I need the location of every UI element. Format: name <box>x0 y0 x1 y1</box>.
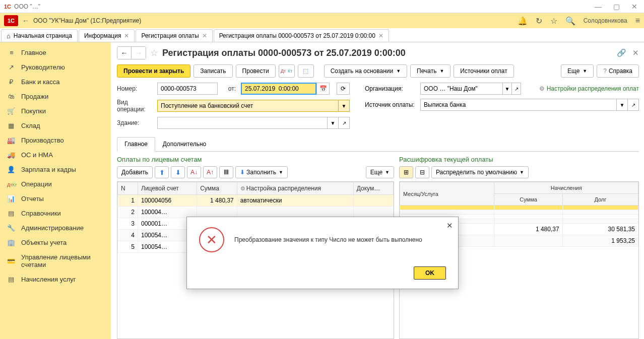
tab-payment-reg[interactable]: Регистрация оплаты ✕ <box>136 29 212 42</box>
nav-sidebar: ≡Главное ↗Руководителю ₽Банк и касса 🛍Пр… <box>0 42 111 339</box>
post-and-close-button[interactable]: Провести и закрыть <box>117 64 190 78</box>
optype-dropdown[interactable]: ▼ <box>339 100 350 112</box>
nav-arrows: ← → <box>117 46 146 59</box>
dialog-close-icon[interactable]: ✕ <box>446 221 453 230</box>
org-input[interactable] <box>420 83 503 95</box>
sidebar-item-charges[interactable]: ▤Начисления услуг <box>0 272 111 287</box>
sidebar-item-reports[interactable]: 📊Отчеты <box>0 191 111 206</box>
col-breakdown-sum[interactable]: Сумма <box>494 194 562 206</box>
building-open[interactable]: ↗ <box>339 117 350 129</box>
sidebar-item-admin[interactable]: 🔧Администрирование <box>0 221 111 235</box>
search-icon[interactable]: 🔍 <box>565 16 575 26</box>
tab-close-icon[interactable]: ✕ <box>124 32 129 39</box>
refresh-icon[interactable]: ⟳ <box>337 83 350 95</box>
print-button[interactable]: Печать▼ <box>410 64 450 78</box>
sidebar-item-manager[interactable]: ↗Руководителю <box>0 60 111 75</box>
error-message: Преобразование значения к типу Число не … <box>234 236 422 243</box>
subtab-main[interactable]: Главное <box>117 137 155 152</box>
date-input[interactable] <box>241 83 316 95</box>
payment-sources-button[interactable]: Источники оплат <box>454 64 513 78</box>
page-title: Регистрация оплаты 0000-000573 от 25.07.… <box>162 48 406 58</box>
left-more-button[interactable]: Еще▼ <box>366 166 394 178</box>
close-form-icon[interactable]: ✕ <box>632 48 639 57</box>
distribution-settings-link[interactable]: ⚙ Настройки распределения оплат <box>539 85 639 92</box>
star-icon[interactable]: ☆ <box>550 16 557 26</box>
sidebar-item-hr[interactable]: 👤Зарплата и кадры <box>0 162 111 177</box>
org-open[interactable]: ↗ <box>512 83 521 95</box>
table-row[interactable]: 11000040561 480,37автоматически <box>118 195 394 207</box>
add-row-button[interactable]: Добавить <box>117 166 153 178</box>
sidebar-item-sales[interactable]: 🛍Продажи <box>0 89 111 104</box>
help-button[interactable]: ? Справка <box>597 64 639 78</box>
sort-asc-button[interactable]: A↓ <box>187 166 201 178</box>
sidebar-item-main[interactable]: ≡Главное <box>0 45 111 60</box>
structure-button[interactable]: ⬚ <box>298 64 314 78</box>
nav-back[interactable]: ← <box>117 47 132 59</box>
table-row[interactable] <box>400 210 638 215</box>
col-dist[interactable]: ⚙Настройка распределения <box>237 182 353 195</box>
source-open[interactable]: ↗ <box>628 99 639 111</box>
box-icon: ▦ <box>7 122 15 129</box>
sort-desc-button[interactable]: A↑ <box>203 166 217 178</box>
minimize-button[interactable]: — <box>593 3 604 11</box>
col-doc[interactable]: Докум… <box>353 182 393 195</box>
sidebar-item-assets[interactable]: 🚚ОС и НМА <box>0 148 111 162</box>
sidebar-item-operations[interactable]: ДтКтОперации <box>0 177 111 191</box>
source-dropdown[interactable]: ▼ <box>617 99 628 111</box>
subtab-extra[interactable]: Дополнительно <box>155 137 214 151</box>
history-icon[interactable]: ↻ <box>536 16 542 26</box>
favorite-icon[interactable]: ☆ <box>150 47 158 58</box>
col-sum[interactable]: Сумма <box>197 182 237 195</box>
col-month[interactable]: Месяц/Услуга <box>400 182 494 206</box>
number-input[interactable] <box>157 83 218 95</box>
move-down-button[interactable]: ⬇ <box>171 166 185 178</box>
sidebar-item-catalogs[interactable]: ▤Справочники <box>0 206 111 221</box>
col-n[interactable]: N <box>118 182 138 195</box>
org-dropdown[interactable]: ▼ <box>503 83 512 95</box>
barcode-button[interactable]: 𝄃𝄃𝄃 <box>219 166 233 178</box>
post-button[interactable]: Провести <box>236 64 276 78</box>
distribute-default-button[interactable]: Распределить по умолчанию▼ <box>431 166 529 178</box>
sidebar-item-production[interactable]: 🏭Производство <box>0 133 111 148</box>
tab-payment-doc[interactable]: Регистрация оплаты 0000-000573 от 25.07.… <box>214 29 389 42</box>
tab-info[interactable]: Информация ✕ <box>79 29 135 42</box>
col-charges[interactable]: Начисления <box>494 182 638 194</box>
tab-home[interactable]: ⌂ Начальная страница <box>1 29 78 42</box>
ok-button[interactable]: OK <box>414 266 446 280</box>
building-dropdown[interactable]: ▼ <box>328 117 339 129</box>
col-debt[interactable]: Долг <box>562 194 638 206</box>
calendar-icon[interactable]: 📅 <box>316 83 330 95</box>
table-row[interactable] <box>400 206 638 210</box>
sidebar-item-objects[interactable]: 🏢Объекты учета <box>0 235 111 250</box>
nav-forward[interactable]: → <box>132 47 146 59</box>
app-logo: 1C <box>4 15 18 26</box>
menu-icon[interactable]: ≡ <box>635 16 640 25</box>
user-name[interactable]: Солодовникова <box>584 17 627 24</box>
dtkt-button[interactable]: ДтКт <box>279 64 295 78</box>
expand-button[interactable]: ⊞ <box>399 166 413 178</box>
collapse-button[interactable]: ⊟ <box>415 166 429 178</box>
sidebar-item-purchases[interactable]: 🛒Покупки <box>0 104 111 118</box>
sidebar-item-bank[interactable]: ₽Банк и касса <box>0 75 111 89</box>
maximize-button[interactable]: ▢ <box>611 3 622 11</box>
optype-input[interactable] <box>157 100 339 112</box>
col-account[interactable]: Лицевой счет <box>138 182 197 195</box>
truck-icon: 🚚 <box>7 151 15 159</box>
tab-close-icon[interactable]: ✕ <box>202 32 207 39</box>
source-input[interactable] <box>420 99 617 111</box>
card-icon: 💳 <box>7 257 15 265</box>
tab-close-icon[interactable]: ✕ <box>378 32 383 39</box>
more-button[interactable]: Еще▼ <box>561 64 594 78</box>
bell-icon[interactable]: 🔔 <box>518 16 528 26</box>
close-window-button[interactable]: ✕ <box>629 3 640 11</box>
back-arrow[interactable]: ← <box>22 17 29 25</box>
save-button[interactable]: Записать <box>194 64 232 78</box>
sidebar-item-stock[interactable]: ▦Склад <box>0 118 111 133</box>
move-up-button[interactable]: ⬆ <box>155 166 169 178</box>
sidebar-item-accounts[interactable]: 💳Управление лицевыми счетами <box>0 250 111 272</box>
tab-label: Регистрация оплаты <box>141 32 199 39</box>
building-input[interactable] <box>157 117 328 129</box>
link-icon[interactable]: 🔗 <box>617 48 626 57</box>
create-based-button[interactable]: Создать на основании▼ <box>324 64 407 78</box>
fill-button[interactable]: ⬇ Заполнить▼ <box>235 166 288 178</box>
